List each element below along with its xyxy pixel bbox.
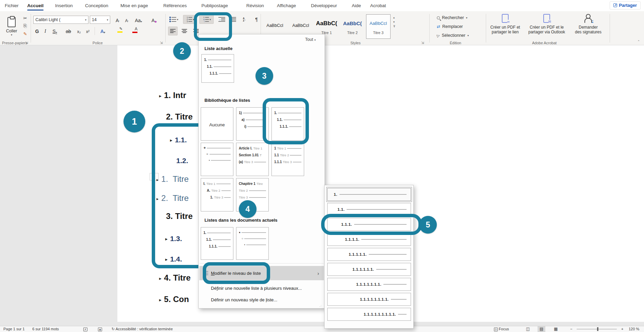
collapse-arrow-icon[interactable]: ▸ — [156, 196, 159, 201]
underline-button[interactable]: S▾ — [50, 27, 59, 35]
collapse-arrow-icon[interactable]: ▸ — [159, 276, 161, 281]
print-layout-icon[interactable]: ▤ — [538, 326, 545, 332]
font-size-combo[interactable]: 14▾ — [90, 16, 110, 24]
style-card-titre2[interactable]: AaBbC( Titre 2 — [340, 14, 365, 39]
format-painter-button[interactable]: ✎ — [22, 30, 29, 37]
replace-button[interactable]: ⇄ Remplacer — [437, 24, 463, 29]
paste-button[interactable]: Coller ▾ — [3, 14, 20, 39]
tab-affichage[interactable]: Affichage — [276, 0, 297, 11]
strikethrough-button[interactable]: ab — [65, 27, 72, 35]
heading-1-2[interactable]: 1.2. — [176, 157, 188, 165]
level-option-9[interactable]: 1.1.1.1.1.1.1.1.1. — [327, 308, 411, 321]
heading-selected-1-titre[interactable]: ▸1. Titre — [156, 174, 189, 184]
change-case-button[interactable]: Aa▾ — [133, 16, 144, 24]
zoom-slider-thumb[interactable] — [597, 327, 598, 331]
level-option-6[interactable]: 1.1.1.1.1.1. — [327, 263, 411, 276]
pilcrow-button[interactable]: ¶ — [252, 15, 261, 24]
highlight-color-button[interactable]: ✎ — [111, 26, 122, 34]
accessibility-status[interactable]: ↻ Accessibilité : vérification terminée — [112, 326, 173, 332]
grow-font-button[interactable]: Aˆ — [114, 16, 122, 24]
italic-button[interactable]: I — [43, 27, 48, 35]
collapse-arrow-icon[interactable]: ▸ — [165, 237, 167, 241]
heading-2-titre[interactable]: 2. Titre — [166, 112, 193, 122]
shrink-font-button[interactable]: Aˇ — [123, 16, 131, 24]
font-name-combo[interactable]: Calibri Light (▾ — [33, 16, 88, 24]
heading-4-titre[interactable]: ▸4. Titre — [159, 273, 191, 283]
library-bullets[interactable]: ❖ ➢ ▪ — [201, 143, 233, 176]
library-1-11-111[interactable]: 1. 1.1. 1.1.1. — [271, 107, 304, 141]
doc-list-bullets[interactable]: ● ○ ▪ — [236, 227, 269, 260]
zoom-slider-track[interactable] — [577, 329, 617, 329]
tab-insertion[interactable]: Insertion — [54, 0, 73, 11]
focus-toggle[interactable]: D Focus — [494, 326, 509, 332]
find-button[interactable]: Rechercher▾ — [437, 15, 467, 20]
numbered-list-button[interactable]: 1 2 3 ▾ — [183, 15, 197, 24]
decrease-indent-button[interactable]: ← — [217, 15, 227, 24]
heading-1-3[interactable]: ▸1.3. — [165, 235, 182, 243]
collapse-arrow-icon[interactable]: ▸ — [156, 177, 159, 182]
styles-scroll-up-icon[interactable]: ▴ — [393, 16, 395, 19]
cut-button[interactable]: ✂ — [22, 15, 29, 21]
zoom-out-button[interactable]: − — [570, 326, 572, 332]
level-option-7[interactable]: 1.1.1.1.1.1.1. — [327, 278, 411, 291]
increase-indent-button[interactable]: → — [228, 15, 237, 24]
collapse-arrow-icon[interactable]: ▸ — [165, 257, 167, 262]
collapse-arrow-icon[interactable]: ▸ — [170, 138, 172, 143]
tab-publipostage[interactable]: Publipostage — [201, 0, 229, 11]
level-option-1[interactable]: 1. — [327, 188, 411, 201]
tab-fichier[interactable]: Fichier — [4, 0, 19, 11]
level-option-4[interactable]: 1.1.1.1. — [327, 233, 411, 246]
tab-aide[interactable]: Aide — [351, 0, 362, 11]
align-left-button[interactable] — [168, 27, 178, 35]
word-count[interactable]: 6 sur 1194 mots — [32, 326, 59, 332]
page-count[interactable]: Page 1 sur 1 — [3, 326, 24, 332]
create-pdf-share-link-button[interactable]: Créer un PDF etpartager le lien — [484, 14, 526, 41]
tab-references[interactable]: Références — [163, 0, 187, 11]
library-1-a-i[interactable]: 1) a) i) — [236, 107, 269, 141]
heading-3-titre[interactable]: 3. Titre — [166, 211, 193, 221]
proofing-icon[interactable]: ✗ — [83, 326, 87, 332]
heading-1-intro[interactable]: ▸1. Intr — [159, 91, 186, 100]
level-option-3[interactable]: 1.1.1. — [327, 218, 411, 231]
library-none[interactable]: Aucune — [201, 107, 233, 141]
heading-1-1[interactable]: ▸1.1. — [170, 136, 187, 144]
style-card-titre3[interactable]: AaBbCcI Titre 3 — [366, 14, 391, 39]
doc-list-numbered[interactable]: 1. 1.1. 1.1.1. — [201, 227, 233, 260]
menu-item-modify-list-level[interactable]: ← Modifier le niveau de liste › — [199, 266, 324, 280]
styles-gallery-expand-icon[interactable]: ⊽ — [393, 25, 395, 28]
macro-icon[interactable]: ◉ — [98, 326, 102, 332]
superscript-button[interactable]: x² — [84, 27, 91, 35]
select-button[interactable]: ▷ Sélectionner▾ — [437, 33, 469, 38]
library-article-section[interactable]: Article I.Titre 1 Section 1.01T (a)Titre… — [236, 143, 269, 176]
request-signatures-button[interactable]: x Demanderdes signatures — [567, 14, 609, 41]
zoom-level[interactable]: 120 % — [629, 326, 639, 332]
font-dialog-launcher-icon[interactable]: ⇲ — [160, 41, 163, 45]
resize-grip-icon[interactable]: .: — [319, 304, 322, 307]
library-chapitre[interactable]: Chapitre 1Titre Titre 2 Titre 3 — [236, 178, 269, 211]
heading-selected-2-titre[interactable]: ▸2. Titre — [156, 193, 189, 203]
current-list-preview[interactable]: 1. 1.1. 1.1.1. — [201, 54, 234, 83]
collapse-arrow-icon[interactable]: ▸ — [159, 94, 161, 98]
tab-revision[interactable]: Révision — [246, 0, 265, 11]
styles-scroll-down-icon[interactable]: ▾ — [393, 20, 395, 23]
tab-accueil[interactable]: Accueil — [27, 0, 44, 11]
heading-5-conclusion[interactable]: ▸5. Con — [159, 295, 189, 304]
tab-mise-en-page[interactable]: Mise en page — [120, 0, 149, 11]
zoom-in-button[interactable]: + — [621, 326, 623, 332]
bold-button[interactable]: G — [34, 27, 40, 35]
collapse-arrow-icon[interactable]: ▸ — [159, 298, 161, 302]
menu-item-define-multilevel-list[interactable]: Définir une nouvelle liste à plusieurs n… — [199, 283, 324, 293]
tab-developpeur[interactable]: Développeur — [310, 0, 338, 11]
styles-dialog-launcher-icon[interactable]: ⇲ — [421, 41, 424, 45]
share-button[interactable]: Partager — [610, 1, 641, 10]
tab-conception[interactable]: Conception — [84, 0, 109, 11]
align-center-button[interactable] — [180, 27, 189, 35]
subscript-button[interactable]: x₂ — [76, 27, 82, 35]
level-option-5[interactable]: 1.1.1.1.1. — [327, 248, 411, 261]
clear-formatting-button[interactable]: A◆ — [150, 16, 159, 24]
collapse-ribbon-icon[interactable]: ⌃ — [637, 40, 640, 43]
font-color-button[interactable]: A — [126, 26, 137, 34]
copy-button[interactable]: ⎘ — [22, 22, 29, 29]
level-option-2[interactable]: 1.1. — [327, 203, 411, 216]
heading-1-4[interactable]: ▸1.4. — [165, 255, 182, 263]
